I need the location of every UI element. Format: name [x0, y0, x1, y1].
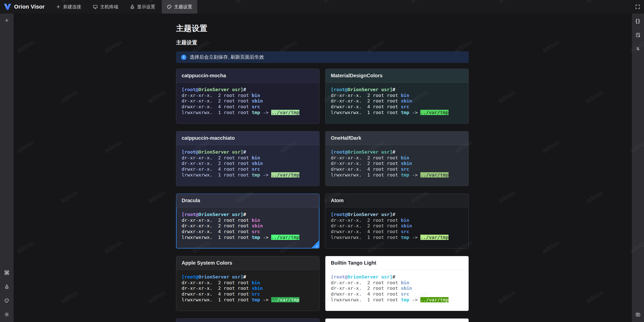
- logo-icon: [4, 3, 12, 10]
- terminal-line: dr-xr-xr-x. 2 root root bin: [331, 155, 463, 161]
- terminal-line: lrwxrwxrwx. 1 root root tmp -> ../var/tm…: [331, 110, 463, 116]
- main-content: 主题设置 主题设置 i 选择后会立刻保存, 刷新页面后生效 catppuccin…: [14, 14, 632, 322]
- terminal-preview: [root@OrionServer usr]#dr-xr-xr-x. 2 roo…: [176, 83, 319, 116]
- terminal-line: dr-xr-xr-x. 2 root root sbin: [182, 223, 314, 229]
- rail-settings-icon[interactable]: [3, 311, 11, 318]
- tab-label: 主题设置: [174, 4, 192, 10]
- terminal-line: dr-xr-xr-x. 2 root root bin: [182, 93, 314, 98]
- theme-card-dracula[interactable]: Dracula[root@OrionServer usr]#dr-xr-xr-x…: [176, 194, 319, 248]
- theme-card-onehalfdark[interactable]: OneHalfDark[root@OrionServer usr]#dr-xr-…: [325, 131, 469, 186]
- terminal-preview: [root@OrionServer usr]#dr-xr-xr-x. 2 roo…: [176, 145, 319, 178]
- terminal-line: lrwxrwxrwx. 1 root root tmp -> ../var/tm…: [331, 235, 463, 240]
- terminal-line: [root@OrionServer usr]#: [331, 274, 463, 280]
- terminal-line: lrwxrwxrwx. 1 root root tmp -> ../var/tm…: [182, 172, 314, 178]
- terminal-line: dr-xr-xr-x. 2 root root sbin: [331, 285, 463, 291]
- rail-camera-icon[interactable]: [634, 311, 642, 318]
- theme-card-title: Dracula: [176, 194, 319, 207]
- terminal-line: dr-xr-xr-x. 2 root root sbin: [182, 98, 314, 104]
- tab-display-settings[interactable]: 显示设置: [125, 0, 160, 14]
- terminal-line: dr-xr-xr-x. 2 root root bin: [182, 280, 314, 286]
- terminal-line: dr-xr-xr-x. 2 root root sbin: [182, 285, 314, 291]
- rail-sort-icon[interactable]: [634, 45, 642, 53]
- terminal-preview: [root@OrionServer usr]#dr-xr-xr-x. 2 roo…: [326, 83, 468, 116]
- theme-card-builtin-tango-light[interactable]: Builtin Tango Light[root@OrionServer usr…: [325, 256, 469, 311]
- tab-label: 新建连接: [63, 4, 81, 10]
- terminal-preview: [root@OrionServer usr]#dr-xr-xr-x. 2 roo…: [326, 207, 468, 240]
- top-bar: Orion Visor 新建连接主机终端显示设置主题设置: [0, 0, 644, 14]
- terminal-line: dr-xr-xr-x. 2 root root bin: [331, 93, 463, 98]
- check-icon: ✓: [315, 244, 318, 248]
- monitor-icon: [93, 4, 98, 9]
- tab-bar: 新建连接主机终端显示设置主题设置: [51, 0, 199, 14]
- theme-card-catppuccin-mocha[interactable]: catppuccin-mocha[root@OrionServer usr]#d…: [176, 69, 319, 124]
- info-icon: i: [181, 55, 186, 60]
- terminal-line: [root@OrionServer usr]#: [182, 274, 314, 280]
- theme-card-title: Atom: [326, 194, 468, 207]
- left-sidebar: ⌘: [0, 14, 14, 322]
- terminal-line: drwxr-xr-x. 4 root root src: [182, 104, 314, 110]
- terminal-line: drwxr-xr-x. 4 root root src: [331, 291, 463, 297]
- plus-icon: [56, 4, 61, 9]
- terminal-line: dr-xr-xr-x. 2 root root bin: [331, 280, 463, 286]
- terminal-line: lrwxrwxrwx. 1 root root tmp -> ../var/tm…: [182, 110, 314, 116]
- stamp-icon: [130, 4, 135, 9]
- terminal-preview: [root@OrionServer usr]#dr-xr-xr-x. 2 roo…: [326, 270, 468, 303]
- tab-new-connection[interactable]: 新建连接: [51, 0, 86, 14]
- app-logo: Orion Visor: [4, 0, 45, 14]
- tab-theme-settings[interactable]: 主题设置: [162, 0, 197, 14]
- theme-card-partial[interactable]: [176, 318, 319, 322]
- terminal-line: dr-xr-xr-x. 2 root root bin: [182, 218, 314, 223]
- theme-card-apple-system-colors[interactable]: Apple System Colors[root@OrionServer usr…: [176, 256, 319, 311]
- theme-card-title: catppuccin-mocha: [176, 69, 319, 83]
- terminal-line: lrwxrwxrwx. 1 root root tmp -> ../var/tm…: [182, 297, 314, 303]
- tab-host-terminal[interactable]: 主机终端: [88, 0, 123, 14]
- page-title: 主题设置: [176, 23, 207, 34]
- tab-label: 主机终端: [100, 4, 118, 10]
- theme-card-title: OneHalfDark: [326, 131, 468, 145]
- terminal-line: dr-xr-xr-x. 2 root root sbin: [331, 161, 463, 166]
- app-window: Orion Visor 新建连接主机终端显示设置主题设置 ⌘ {} 主题设置 主…: [0, 0, 644, 322]
- terminal-line: dr-xr-xr-x. 2 root root bin: [331, 218, 463, 223]
- terminal-line: [root@OrionServer usr]#: [182, 212, 314, 218]
- theme-card-title: Apple System Colors: [176, 256, 319, 270]
- terminal-line: [root@OrionServer usr]#: [182, 87, 314, 93]
- app-title: Orion Visor: [14, 4, 45, 10]
- rail-display-settings-icon[interactable]: [3, 283, 11, 291]
- theme-card-title: catppuccin-macchiato: [176, 131, 319, 145]
- terminal-line: drwxr-xr-x. 4 root root src: [331, 166, 463, 172]
- info-banner-text: 选择后会立刻保存, 刷新页面后生效: [190, 54, 264, 60]
- info-banner: i 选择后会立刻保存, 刷新页面后生效: [176, 51, 469, 63]
- theme-card-atom[interactable]: Atom[root@OrionServer usr]#dr-xr-xr-x. 2…: [325, 194, 469, 248]
- fullscreen-icon[interactable]: [634, 3, 641, 10]
- terminal-preview: [root@OrionServer usr]#dr-xr-xr-x. 2 roo…: [326, 145, 468, 178]
- palette-icon: [167, 4, 172, 9]
- terminal-line: lrwxrwxrwx. 1 root root tmp -> ../var/tm…: [331, 297, 463, 303]
- terminal-preview: [root@OrionServer usr]#dr-xr-xr-x. 2 roo…: [176, 207, 319, 240]
- theme-grid: catppuccin-mocha[root@OrionServer usr]#d…: [176, 69, 469, 322]
- terminal-line: drwxr-xr-x. 4 root root src: [182, 229, 314, 235]
- section-title: 主题设置: [176, 39, 197, 46]
- theme-card-catppuccin-macchiato[interactable]: catppuccin-macchiato[root@OrionServer us…: [176, 131, 319, 186]
- terminal-line: dr-xr-xr-x. 2 root root sbin: [331, 223, 463, 229]
- terminal-preview: [root@OrionServer usr]#dr-xr-xr-x. 2 roo…: [176, 270, 319, 303]
- terminal-line: [root@OrionServer usr]#: [331, 87, 463, 93]
- terminal-line: [root@OrionServer usr]#: [331, 212, 463, 218]
- theme-card-partial[interactable]: [325, 318, 469, 322]
- theme-card-materialdesigncolors[interactable]: MaterialDesignColors[root@OrionServer us…: [325, 69, 469, 124]
- tab-label: 显示设置: [137, 4, 155, 10]
- rail-new-icon[interactable]: [3, 17, 11, 24]
- rail-braces-icon[interactable]: {}: [634, 17, 642, 25]
- terminal-line: drwxr-xr-x. 4 root root src: [331, 104, 463, 110]
- terminal-line: [root@OrionServer usr]#: [182, 149, 314, 155]
- terminal-line: dr-xr-xr-x. 2 root root sbin: [331, 98, 463, 104]
- rail-command-icon[interactable]: ⌘: [3, 269, 11, 277]
- terminal-line: drwxr-xr-x. 4 root root src: [331, 229, 463, 235]
- theme-card-title: Builtin Tango Light: [326, 256, 468, 270]
- terminal-line: lrwxrwxrwx. 1 root root tmp -> ../var/tm…: [182, 235, 314, 240]
- terminal-line: lrwxrwxrwx. 1 root root tmp -> ../var/tm…: [331, 172, 463, 178]
- terminal-line: [root@OrionServer usr]#: [331, 149, 463, 155]
- terminal-line: drwxr-xr-x. 4 root root src: [182, 291, 314, 297]
- terminal-line: dr-xr-xr-x. 2 root root bin: [182, 155, 314, 161]
- rail-doc-icon[interactable]: [634, 31, 642, 39]
- rail-theme-icon[interactable]: [3, 297, 11, 304]
